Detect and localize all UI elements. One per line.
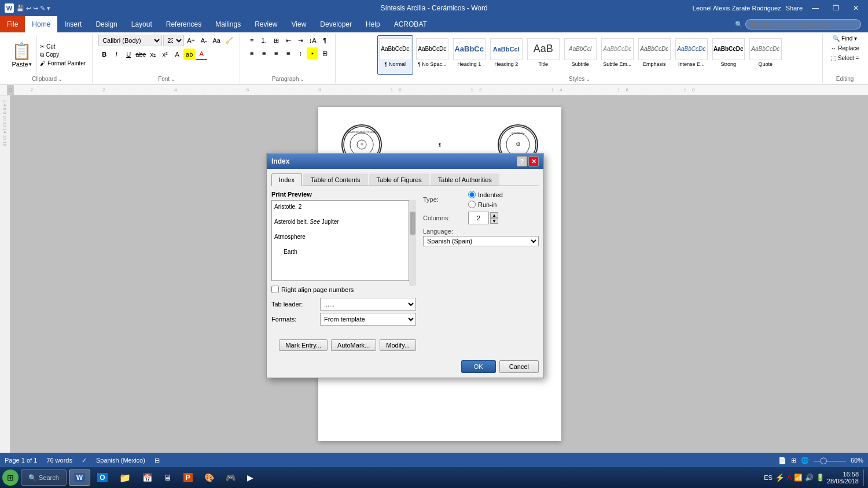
preview-scrollbar[interactable] [409, 200, 416, 286]
tab-home[interactable]: Home [25, 16, 57, 32]
taskbar-steam[interactable]: 🎮 [221, 469, 240, 486]
taskbar-media[interactable]: ▶ [242, 469, 258, 486]
zoom-slider[interactable]: —◯——— [814, 457, 846, 464]
language-select[interactable]: Spanish (Spain) Spanish (Mexico) English… [423, 236, 539, 246]
style-intense-e[interactable]: AaBbCcDc Intense E... [674, 35, 709, 75]
read-mode-icon[interactable]: 📄 [778, 457, 786, 464]
italic-btn[interactable]: I [111, 49, 122, 60]
close-btn[interactable]: ✕ [848, 3, 863, 13]
type-runin-radio[interactable] [468, 201, 476, 208]
tab-layout[interactable]: Layout [124, 16, 159, 32]
sort-btn[interactable]: ↕A [307, 35, 318, 46]
multilevel-btn[interactable]: ⊞ [270, 35, 282, 46]
superscript-btn[interactable]: x² [159, 49, 171, 60]
paste-arrow[interactable]: ▾ [29, 61, 32, 67]
tab-view[interactable]: View [285, 16, 314, 32]
tab-developer[interactable]: Developer [313, 16, 359, 32]
align-right-btn[interactable]: ≡ [270, 47, 282, 59]
show-desktop-btn[interactable] [863, 469, 866, 486]
dialog-tab-figures[interactable]: Table of Figures [369, 173, 429, 186]
taskbar-powerpoint[interactable]: P [179, 469, 197, 486]
taskbar-outlook[interactable]: O [93, 469, 112, 486]
formats-select[interactable]: From template Classic Fancy Modern Bulle… [320, 313, 416, 326]
copy-button[interactable]: ⧉ Copy [38, 51, 87, 59]
strikethrough-btn[interactable]: abc [135, 49, 146, 60]
font-shrink-btn[interactable]: A- [198, 35, 209, 46]
tray-pdf[interactable]: A [787, 474, 792, 482]
style-strong[interactable]: AaBbCcDc Strong [711, 35, 746, 75]
taskbar-search[interactable]: 🔍 Search [21, 469, 67, 486]
show-para-btn[interactable]: ¶ [319, 35, 330, 46]
paste-button[interactable]: 📋 Paste ▾ [7, 35, 37, 75]
taskbar-paint[interactable]: 🎨 [200, 469, 219, 486]
tab-help[interactable]: Help [359, 16, 387, 32]
underline-btn[interactable]: U [123, 49, 134, 60]
tray-battery[interactable]: 🔋 [816, 474, 825, 482]
change-case-btn[interactable]: Aa [211, 35, 222, 46]
font-expand[interactable]: ⌄ [171, 76, 175, 82]
paragraph-expand[interactable]: ⌄ [300, 76, 304, 82]
highlight-btn[interactable]: ab [183, 49, 195, 60]
justify-btn[interactable]: ≡ [282, 47, 294, 59]
dialog-close-btn[interactable]: ✕ [528, 156, 539, 167]
start-button[interactable]: ⊞ [2, 469, 19, 486]
style-title[interactable]: AaB Title [525, 35, 561, 75]
taskbar-app5[interactable]: 🖥 [159, 469, 176, 486]
select-button[interactable]: ⬚ Select = [829, 54, 860, 62]
cut-button[interactable]: ✂ Cut [38, 43, 87, 50]
minimize-btn[interactable]: — [807, 3, 823, 13]
dialog-tab-index[interactable]: Index [271, 173, 302, 186]
subscript-btn[interactable]: x₂ [147, 49, 159, 60]
tray-volume[interactable]: 🔊 [805, 474, 814, 482]
ok-btn[interactable]: OK [461, 360, 496, 373]
style-subtitle[interactable]: AaBbCcI Subtitle [562, 35, 598, 75]
modify-btn[interactable]: Modify... [380, 339, 416, 351]
tab-review[interactable]: Review [248, 16, 284, 32]
tab-acrobat[interactable]: ACROBAT [387, 16, 434, 32]
right-align-checkbox[interactable] [271, 286, 279, 293]
tab-design[interactable]: Design [89, 16, 124, 32]
columns-down-btn[interactable]: ▼ [490, 218, 498, 224]
type-indented-radio[interactable] [468, 191, 476, 198]
tab-references[interactable]: References [159, 16, 208, 32]
zoom-level[interactable]: 60% [851, 457, 863, 464]
format-painter-button[interactable]: 🖌 Format Painter [38, 60, 87, 67]
columns-input[interactable] [468, 212, 489, 224]
print-layout-icon[interactable]: ⊞ [791, 457, 796, 464]
replace-button[interactable]: ↔ Replace [829, 45, 861, 52]
index-dialog[interactable]: Index ? ✕ Index Table of Contents Table … [266, 153, 544, 378]
font-name-select[interactable]: Calibri (Body) [98, 35, 162, 46]
font-size-select[interactable]: 23 [163, 35, 184, 46]
ruler-toggle[interactable]: ◻ [7, 85, 14, 95]
shading-btn[interactable]: ▪ [307, 47, 318, 59]
columns-up-btn[interactable]: ▲ [490, 212, 498, 218]
automark-btn[interactable]: AutoMark... [331, 339, 376, 351]
tab-insert[interactable]: Insert [57, 16, 89, 32]
ribbon-search-input[interactable] [745, 19, 861, 29]
dialog-help-btn[interactable]: ? [517, 156, 527, 167]
maximize-btn[interactable]: ❐ [828, 3, 844, 13]
font-color-btn[interactable]: A [196, 49, 207, 60]
cancel-btn[interactable]: Cancel [499, 360, 539, 373]
tray-bluetooth[interactable]: ⚡ [775, 473, 785, 482]
clipboard-expand[interactable]: ⌄ [58, 76, 62, 82]
taskbar-explorer[interactable]: 📁 [115, 469, 135, 486]
language-indicator[interactable]: Spanish (Mexico) [96, 457, 145, 464]
find-arrow[interactable]: ▾ [854, 35, 857, 42]
dialog-tab-authorities[interactable]: Table of Authorities [431, 173, 499, 186]
tab-file[interactable]: File [0, 16, 25, 32]
taskbar-app4[interactable]: 📅 [138, 469, 157, 486]
style-no-spacing[interactable]: AaBbCcDc ¶ No Spac... [414, 35, 450, 75]
mark-entry-btn[interactable]: Mark Entry... [279, 339, 328, 351]
style-subtle-em[interactable]: AaBbCcDc Subtle Em... [599, 35, 635, 75]
find-button[interactable]: 🔍 Find ▾ [831, 35, 859, 42]
text-effects-btn[interactable]: A [171, 49, 183, 60]
bullets-btn[interactable]: ≡ [246, 35, 258, 46]
line-spacing-btn[interactable]: ↕ [295, 47, 306, 59]
style-normal[interactable]: AaBbCcDc ¶ Normal [377, 35, 413, 75]
clear-format-btn[interactable]: 🧹 [223, 35, 235, 46]
share-btn[interactable]: Share [786, 5, 803, 12]
align-center-btn[interactable]: ≡ [258, 47, 270, 59]
font-grow-btn[interactable]: A+ [185, 35, 197, 46]
align-left-btn[interactable]: ≡ [246, 47, 258, 59]
